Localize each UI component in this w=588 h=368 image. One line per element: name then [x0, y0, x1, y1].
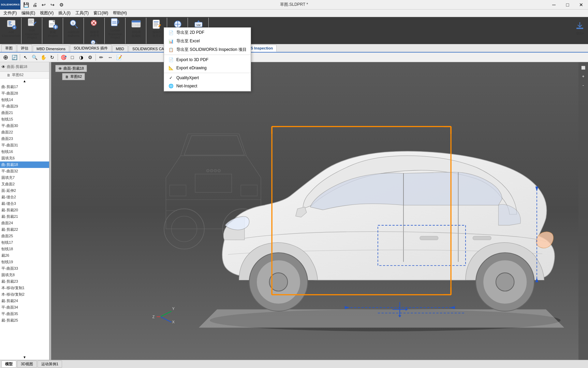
- tree-item[interactable]: 平-曲面31: [0, 142, 49, 148]
- tree-item[interactable]: 裁26: [0, 252, 49, 259]
- full-screen-icon[interactable]: ⬜: [579, 63, 587, 72]
- tree-item[interactable]: 圆填充7: [0, 174, 49, 181]
- add-edit-balloons-button[interactable]: 1 Add/EditBalloons: [65, 18, 82, 38]
- tree-item[interactable]: 刨线15: [0, 116, 49, 123]
- tree-item[interactable]: 曲面24: [0, 220, 49, 226]
- edit-inspection-button[interactable]: EditInspectionProject: [24, 18, 41, 38]
- tab-sw-plugins[interactable]: SOLIDWORKS 插件: [70, 44, 112, 52]
- tree-item[interactable]: 平-曲面28: [0, 90, 49, 97]
- tree-item[interactable]: 圆填充8: [0, 272, 49, 278]
- print-icon[interactable]: 🖨: [31, 1, 39, 9]
- tree-scroll-down[interactable]: ▼: [0, 355, 49, 360]
- export-edrawing-item[interactable]: 📐 Export eDrawing: [164, 64, 251, 72]
- tree-item[interactable]: 裁-剪裁20: [0, 207, 49, 213]
- tab-caoту[interactable]: 草图: [1, 44, 16, 52]
- add-characteristic-button[interactable]: + Add Characteristic: [3, 18, 20, 38]
- export-3dpdf-item[interactable]: 📄 Export to 3D PDF: [164, 56, 251, 64]
- display-style-icon[interactable]: □: [68, 53, 76, 61]
- tree-item[interactable]: 刨线16: [0, 148, 49, 155]
- dropdown-section-3: ✓ QualityXpert 🌐 Net-Inspect: [164, 73, 251, 91]
- rotate-view-icon[interactable]: 🔄: [10, 53, 18, 61]
- tree-item[interactable]: 裁-剪裁24: [0, 298, 49, 304]
- update-inspection-button[interactable]: Update Inspection Project: [107, 18, 124, 38]
- tree-item[interactable]: 平-曲面34: [0, 304, 49, 311]
- remove-balloons-button[interactable]: 1 移除零件序号: [86, 18, 103, 38]
- tree-item[interactable]: 裁-缝合3: [0, 200, 49, 207]
- net-inspect-item[interactable]: 🌐 Net-Inspect: [164, 82, 251, 90]
- rotate-3d-icon[interactable]: ↻: [48, 53, 56, 61]
- tree-item[interactable]: 平-曲面32: [0, 168, 49, 174]
- tree-item[interactable]: 本-移动/复制1: [0, 285, 49, 291]
- menu-edit[interactable]: 编辑(E): [19, 10, 37, 17]
- tree-item[interactable]: 圆填充6: [0, 155, 49, 161]
- new-inspection-button[interactable]: 新建Project: [44, 18, 61, 38]
- section-view-icon[interactable]: ◑: [77, 53, 85, 61]
- tree-item[interactable]: 裁-剪裁22: [0, 226, 49, 233]
- save-icon[interactable]: 💾: [22, 1, 30, 9]
- report-edit-button[interactable]: 编辑报告方式: [148, 18, 165, 38]
- select-balloons-button[interactable]: 2 选择零件序号: [86, 38, 103, 44]
- tab-mbd-dimensions[interactable]: MBD Dimensions: [33, 45, 69, 52]
- tree-item[interactable]: 裁-缝合2: [0, 194, 49, 200]
- qualityxpert-item[interactable]: ✓ QualityXpert: [164, 74, 251, 82]
- pan-icon[interactable]: ✋: [39, 53, 47, 61]
- tree-item[interactable]: 曲面25: [0, 233, 49, 239]
- export-excel-item[interactable]: 📊 导出至 Excel: [164, 37, 251, 45]
- redo-icon[interactable]: ↪: [48, 1, 57, 9]
- view-settings-icon[interactable]: ⚙: [86, 53, 94, 61]
- tree-item[interactable]: 面-延伸2: [0, 187, 49, 194]
- bottom-tab-model[interactable]: 模型: [1, 360, 16, 368]
- menu-file[interactable]: 文件(F): [1, 10, 19, 17]
- menu-view[interactable]: 视图(V): [38, 10, 56, 17]
- tree-item[interactable]: 平-曲面29: [0, 103, 49, 110]
- tree-item[interactable]: 曲面23: [0, 136, 49, 142]
- tree-item[interactable]: 平-曲面35: [0, 311, 49, 317]
- maximize-button[interactable]: □: [561, 0, 574, 10]
- options-icon[interactable]: ⚙: [57, 1, 65, 9]
- menu-window[interactable]: 窗口(W): [91, 10, 110, 17]
- minimize-button[interactable]: ─: [547, 0, 561, 10]
- tab-mbd[interactable]: MBD: [112, 45, 128, 52]
- menu-tools[interactable]: 工具(T): [73, 10, 91, 17]
- tree-item[interactable]: 刨线18: [0, 246, 49, 252]
- menu-help[interactable]: 帮助(H): [111, 10, 129, 17]
- menu-insert[interactable]: 插入(I): [56, 10, 72, 17]
- tree-item[interactable]: 裁-剪裁25: [0, 317, 49, 324]
- cursor-icon[interactable]: ↖: [21, 53, 30, 61]
- tree-item[interactable]: 曲-剪裁18: [0, 161, 49, 168]
- zoom-to-fit-icon[interactable]: ⊕: [1, 53, 10, 61]
- dimension-icon[interactable]: ↔: [106, 53, 114, 61]
- tree-item[interactable]: 平-曲面30: [0, 123, 49, 129]
- sketch-icon[interactable]: ✏: [97, 53, 105, 61]
- tree-item[interactable]: 刨线17: [0, 239, 49, 246]
- svg-text:Z: Z: [152, 315, 155, 319]
- template-edit-button[interactable]: 启动模板编辑: [128, 18, 145, 38]
- tree-item[interactable]: 曲面22: [0, 129, 49, 136]
- tree-scroll-up[interactable]: ▲: [0, 79, 49, 84]
- tree-item[interactable]: 本-移动/复制2: [0, 291, 49, 298]
- tab-evaluate[interactable]: 评估: [17, 44, 32, 52]
- export-solidworks-item[interactable]: 📋 导出至 SOLIDWORKS Inspection 项目: [164, 45, 251, 54]
- zoom-in-icon[interactable]: +: [579, 72, 587, 81]
- export-2dpdf-item[interactable]: 📄 导出至 2D PDF: [164, 28, 251, 37]
- tree-item[interactable]: 刨线14: [0, 97, 49, 103]
- zoom-icon[interactable]: 🔍: [30, 53, 39, 61]
- export-dropdown-button[interactable]: 导出▾: [573, 18, 587, 38]
- bottom-tab-3dview[interactable]: 3D视图: [17, 360, 37, 368]
- tree-item[interactable]: 刨线19: [0, 259, 49, 265]
- zoom-out-icon[interactable]: -: [579, 81, 587, 89]
- svg-rect-32: [136, 24, 140, 25]
- tree-item[interactable]: 曲面21: [0, 110, 49, 116]
- axis-indicator: Y X Z: [152, 307, 175, 324]
- tree-item[interactable]: 叉曲面2: [0, 181, 49, 187]
- tree-item[interactable]: 曲-剪裁17: [0, 84, 49, 90]
- annotation-icon[interactable]: 📝: [115, 53, 123, 61]
- undo-icon[interactable]: ↩: [40, 1, 48, 9]
- svg-rect-3: [9, 25, 12, 25]
- bottom-tab-motion[interactable]: 运动算例1: [38, 360, 62, 368]
- tree-item[interactable]: 裁-剪裁21: [0, 213, 49, 220]
- tree-item[interactable]: 裁-剪裁23: [0, 278, 49, 285]
- close-button[interactable]: ✕: [574, 0, 588, 10]
- tree-item[interactable]: 平-曲面33: [0, 265, 49, 272]
- view-orientation-icon[interactable]: 🎯: [59, 53, 68, 61]
